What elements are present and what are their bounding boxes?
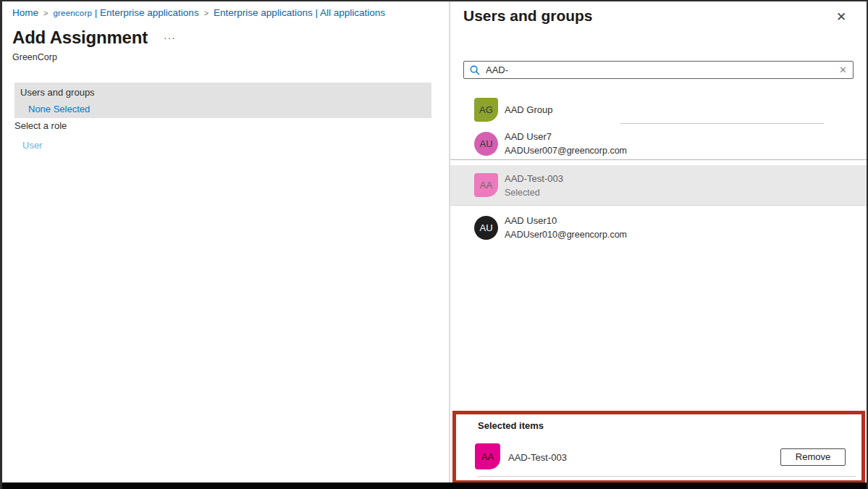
list-item-aad-group[interactable]: AG AAD Group: [450, 94, 867, 125]
breadcrumb-enterprise-apps-label: | Enterprise applications: [92, 7, 199, 18]
more-options-icon[interactable]: ···: [164, 32, 176, 43]
clear-search-icon[interactable]: ✕: [835, 64, 847, 75]
select-role-label: Select a role: [14, 120, 67, 131]
avatar: AU: [474, 132, 498, 156]
selected-item-name: AAD-Test-003: [508, 452, 567, 463]
breadcrumb: Home>greencorp | Enterprise applications…: [12, 7, 385, 18]
avatar: AG: [474, 98, 498, 122]
main-content-pane: Home>greencorp | Enterprise applications…: [2, 1, 447, 489]
users-and-groups-panel: Users and groups ✕ ✕ AG AAD Group AU AAD…: [450, 1, 867, 482]
list-item-email: AADUser010@greencorp.com: [505, 230, 627, 240]
breadcrumb-all-applications-link[interactable]: Enterprise applications | All applicatio…: [214, 7, 385, 18]
selected-item-row: AA AAD-Test-003 Remove: [456, 440, 861, 472]
users-and-groups-field: Users and groups None Selected: [14, 83, 431, 118]
page-subtitle: GreenCorp: [12, 52, 57, 62]
window-bottom-edge: [2, 482, 867, 489]
list-divider: [450, 159, 867, 160]
remove-button[interactable]: Remove: [780, 448, 846, 466]
breadcrumb-home-link[interactable]: Home: [12, 7, 38, 18]
breadcrumb-enterprise-apps-link[interactable]: greencorp | Enterprise applications: [53, 7, 198, 18]
breadcrumb-separator: >: [38, 9, 53, 17]
list-item-aad-user7[interactable]: AU AAD User7 AADUser007@greencorp.com: [450, 127, 867, 160]
page-title: Add Assignment: [12, 28, 148, 48]
avatar: AA: [474, 173, 498, 197]
none-selected-link[interactable]: None Selected: [28, 104, 90, 114]
list-item-name: AAD-Test-003: [505, 173, 563, 184]
search-icon: [470, 65, 480, 75]
selected-items-section-highlighted: Selected items AA AAD-Test-003 Remove: [452, 411, 865, 484]
list-item-status: Selected: [505, 188, 563, 198]
list-item-aad-test-003-selected[interactable]: AA AAD-Test-003 Selected: [450, 165, 867, 206]
selected-item-divider: [478, 476, 856, 477]
avatar: AU: [474, 216, 498, 240]
avatar: AA: [475, 443, 500, 469]
selected-items-heading: Selected items: [478, 420, 544, 431]
list-item-email: AADUser007@greencorp.com: [505, 146, 627, 156]
role-user-link[interactable]: User: [22, 140, 42, 151]
search-input[interactable]: [486, 64, 835, 75]
panel-title: Users and groups: [463, 7, 593, 25]
add-assignment-window: Home>greencorp | Enterprise applications…: [0, 0, 868, 489]
list-item-name: AAD User10: [505, 215, 627, 226]
users-and-groups-label: Users and groups: [20, 85, 426, 98]
list-item-name: AAD Group: [505, 104, 552, 115]
list-item-aad-user10[interactable]: AU AAD User10 AADUser010@greencorp.com: [450, 210, 867, 245]
list-divider: [620, 123, 824, 124]
close-panel-icon[interactable]: ✕: [833, 9, 849, 25]
breadcrumb-separator: >: [199, 9, 214, 17]
breadcrumb-tenant-name: greencorp: [53, 9, 92, 17]
search-box: ✕: [463, 61, 854, 79]
list-item-name: AAD User7: [505, 131, 627, 142]
